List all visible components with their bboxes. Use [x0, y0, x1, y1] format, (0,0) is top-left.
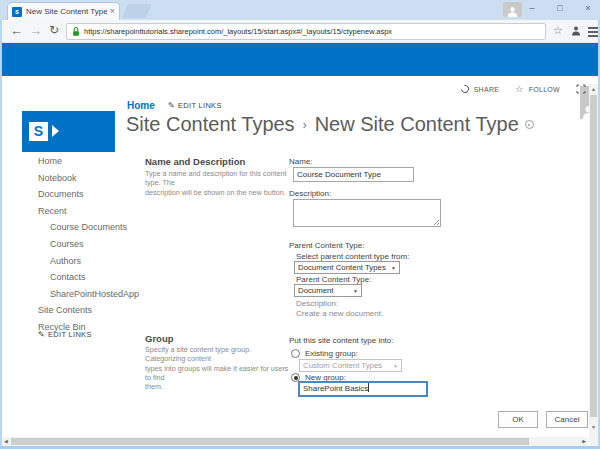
- sharepoint-logo-arrow-icon: [52, 125, 59, 137]
- sidebar-item-documents[interactable]: Documents: [38, 186, 138, 203]
- focus-mode-icon[interactable]: [576, 84, 586, 94]
- sidebar-item-home[interactable]: Home: [38, 153, 138, 170]
- scroll-right-icon[interactable]: ▶: [582, 438, 586, 444]
- breadcrumb-home-link[interactable]: Home: [127, 100, 155, 111]
- page-actions: SHARE ☆ FOLLOW: [461, 84, 586, 94]
- sharepoint-favicon-icon: s: [12, 7, 22, 17]
- horizontal-scroll-thumb[interactable]: [11, 438, 529, 445]
- vertical-scrollbar[interactable]: ▲ ▼: [589, 84, 598, 437]
- back-icon[interactable]: ←: [10, 23, 23, 38]
- refresh-icon[interactable]: ↻: [49, 23, 59, 37]
- chevron-down-icon: ▼: [393, 363, 398, 369]
- sidebar-item-site-contents[interactable]: Site Contents: [38, 302, 138, 319]
- existing-group-select: Custom Content Types ▼: [299, 359, 402, 372]
- parent-description-text: Create a new document.: [296, 309, 383, 318]
- sidebar-nav: Home Notebook Documents Recent Course Do…: [38, 153, 138, 336]
- text-caret: [368, 383, 369, 392]
- title-parent[interactable]: Site Content Types: [126, 113, 295, 136]
- person-icon: [507, 6, 518, 17]
- tab-close-icon[interactable]: ×: [110, 7, 115, 16]
- follow-star-icon: ☆: [515, 85, 523, 93]
- scroll-left-icon[interactable]: ◀: [4, 438, 8, 444]
- sidebar-item-contacts[interactable]: Contacts: [50, 269, 138, 286]
- pencil-icon: ✎: [38, 330, 45, 339]
- browser-profile-button[interactable]: [503, 2, 522, 17]
- window-frame-edge: [0, 20, 2, 449]
- browser-toolbar: ← → ↻ https://sharepointtutorials.sharep…: [2, 20, 598, 43]
- existing-group-radio[interactable]: [291, 349, 300, 358]
- vertical-scroll-thumb[interactable]: [590, 95, 597, 417]
- pencil-icon: ✎: [168, 101, 175, 110]
- url-bar[interactable]: https://sharepointtutorials.sharepoint.c…: [66, 23, 546, 40]
- name-input[interactable]: [293, 167, 414, 182]
- forward-icon[interactable]: →: [29, 23, 42, 38]
- window-controls: – □ ×: [526, 1, 594, 16]
- url-text[interactable]: https://sharepointtutorials.sharepoint.c…: [84, 27, 392, 36]
- scroll-down-icon[interactable]: ▼: [589, 424, 598, 430]
- follow-button[interactable]: FOLLOW: [529, 86, 560, 93]
- profile-icon[interactable]: [571, 25, 581, 36]
- chevron-down-icon: ▼: [391, 265, 396, 271]
- scrollbar-corner: [589, 437, 598, 446]
- put-into-label: Put this site content type into:: [289, 336, 394, 345]
- minimize-button[interactable]: –: [526, 1, 538, 16]
- ok-button[interactable]: OK: [498, 411, 538, 428]
- name-label: Name:: [289, 157, 313, 166]
- top-edit-links[interactable]: ✎ EDIT LINKS: [168, 101, 222, 110]
- bookmark-star-icon[interactable]: ☆: [553, 24, 563, 37]
- sidebar-item-course-documents[interactable]: Course Documents: [50, 219, 138, 236]
- existing-group-label: Existing group:: [305, 349, 358, 358]
- parent-source-select[interactable]: Document Content Types ▼: [294, 261, 400, 274]
- name-section-hint: Type a name and description for this con…: [145, 169, 290, 197]
- maximize-button[interactable]: □: [554, 1, 566, 16]
- app-launcher-icon[interactable]: [16, 95, 30, 109]
- sidebar-item-authors[interactable]: Authors: [50, 253, 138, 270]
- sidebar-item-courses[interactable]: Courses: [50, 236, 138, 253]
- description-label: Description:: [289, 189, 331, 198]
- select-parent-from-label: Select parent content type from:: [296, 252, 409, 261]
- sharepoint-site-logo[interactable]: S: [22, 111, 115, 152]
- title-separator: ›: [303, 118, 307, 132]
- window-close-button[interactable]: ×: [582, 1, 594, 16]
- share-button[interactable]: SHARE: [474, 86, 500, 93]
- page-title: Site Content Types › New Site Content Ty…: [126, 113, 534, 136]
- group-section-hint: Specify a site content type group. Categ…: [145, 345, 290, 392]
- suite-bar: Office 365 Sites ⚙ ?: [2, 43, 598, 76]
- cancel-button[interactable]: Cancel: [546, 411, 588, 428]
- title-current: New Site Content Type: [315, 113, 519, 136]
- title-info-icon: [525, 120, 534, 129]
- padlock-icon: [72, 26, 80, 37]
- menu-icon[interactable]: [588, 27, 598, 39]
- tab-strip: s New Site Content Type × – □ ×: [0, 0, 600, 20]
- horizontal-scrollbar[interactable]: ◀ ▶: [2, 437, 588, 446]
- sidebar-edit-links[interactable]: ✎ EDIT LINKS: [38, 330, 92, 339]
- resize-grip-icon[interactable]: [433, 219, 439, 225]
- browser-tab[interactable]: s New Site Content Type ×: [7, 2, 120, 20]
- sharepoint-logo-letter: S: [29, 122, 48, 141]
- browser-window: s New Site Content Type × – □ × ← → ↻ ht…: [0, 0, 600, 449]
- sidebar-item-notebook[interactable]: Notebook: [38, 170, 138, 187]
- parent-description-label: Description:: [296, 299, 338, 308]
- name-section-heading: Name and Description: [145, 156, 245, 167]
- scroll-up-icon[interactable]: ▲: [589, 86, 598, 92]
- tab-title: New Site Content Type: [26, 7, 107, 16]
- parent-content-type-heading: Parent Content Type:: [289, 241, 364, 250]
- new-group-input[interactable]: SharePoint Basics: [298, 381, 428, 397]
- description-textarea[interactable]: [293, 199, 441, 227]
- parent-type-select[interactable]: Document ▼: [294, 284, 362, 297]
- new-tab-button[interactable]: [122, 4, 152, 18]
- parent-type-label: Parent Content Type:: [296, 275, 371, 284]
- sidebar-item-sharepointhostedapp[interactable]: SharePointHostedApp: [50, 286, 138, 303]
- group-section-heading: Group: [145, 333, 174, 344]
- share-icon: [459, 83, 470, 94]
- chevron-down-icon: ▼: [353, 288, 358, 294]
- office-365-brand[interactable]: Office 365: [56, 94, 120, 110]
- sidebar-item-recent[interactable]: Recent: [38, 203, 138, 220]
